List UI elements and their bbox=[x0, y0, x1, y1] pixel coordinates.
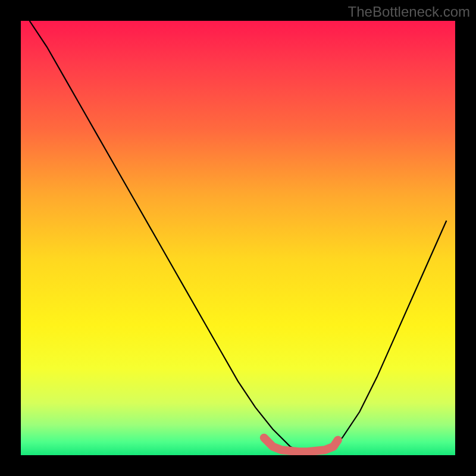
highlight-curve bbox=[264, 438, 338, 452]
watermark-text: TheBottleneck.com bbox=[348, 4, 470, 20]
chart-container: TheBottleneck.com bbox=[0, 0, 476, 476]
chart-svg bbox=[21, 21, 455, 455]
main-curve bbox=[30, 21, 447, 451]
plot-area bbox=[21, 21, 455, 455]
